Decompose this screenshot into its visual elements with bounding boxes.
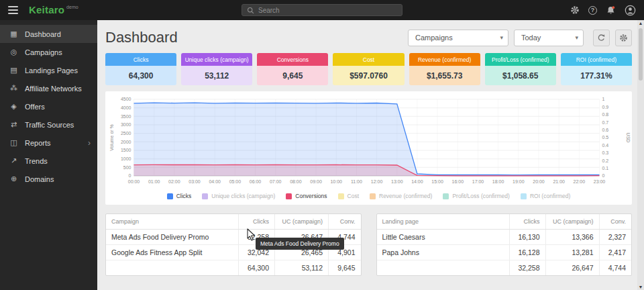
chevron-down-icon: ▾ bbox=[575, 34, 578, 41]
svg-text:3500: 3500 bbox=[121, 114, 131, 119]
sidebar-item-dashboard[interactable]: ▦Dashboard bbox=[0, 25, 97, 43]
totals-row: 32,25826,6474,744 bbox=[377, 260, 632, 276]
sidebar-item-domains[interactable]: ⊕Domains bbox=[0, 170, 97, 188]
legend-label: ROI (confirmed) bbox=[530, 193, 570, 199]
logo-badge: demo bbox=[66, 5, 78, 9]
metric-card[interactable]: Unique clicks (campaign)53,112 bbox=[181, 53, 252, 85]
svg-text:2500: 2500 bbox=[121, 131, 131, 136]
app-logo[interactable]: Keitaro demo bbox=[29, 5, 78, 15]
date-range-select[interactable]: Today ▾ bbox=[514, 30, 584, 46]
legend-swatch bbox=[370, 193, 376, 199]
svg-text:500: 500 bbox=[123, 165, 131, 170]
refresh-button[interactable] bbox=[593, 30, 610, 46]
sidebar-item-traffic-sources[interactable]: ⇄Traffic Sources bbox=[0, 115, 97, 134]
column-header[interactable]: Landing page bbox=[377, 214, 510, 230]
legend-label: Conversions bbox=[295, 193, 327, 199]
sidebar-item-reports[interactable]: ◫Reports› bbox=[0, 134, 97, 152]
traffic-chart[interactable]: 00:0001:0002:0003:0004:0005:0006:0007:00… bbox=[107, 95, 631, 189]
scrollbar-thumb[interactable] bbox=[639, 28, 643, 81]
metric-label: ROI (confirmed) bbox=[561, 53, 632, 66]
metric-card[interactable]: Revenue (confirmed)$1,655.73 bbox=[409, 53, 480, 85]
menu-icon[interactable] bbox=[8, 6, 18, 14]
table-cell: Little Caesars bbox=[377, 230, 510, 245]
page-scrollbar[interactable]: ▲ ▼ bbox=[637, 20, 644, 290]
column-header[interactable]: Conv. bbox=[329, 214, 361, 230]
sidebar-item-landings-pages[interactable]: ▤Landings Pages bbox=[0, 61, 97, 79]
group-by-select[interactable]: Campaigns ▾ bbox=[408, 30, 508, 46]
legend-item[interactable]: Cost bbox=[338, 193, 359, 199]
legend-item[interactable]: Profit/Loss (confirmed) bbox=[443, 193, 510, 199]
column-header[interactable]: UC (campaign) bbox=[545, 214, 599, 230]
svg-text:02:00: 02:00 bbox=[168, 179, 180, 184]
table-cell: 13,281 bbox=[545, 245, 599, 260]
search-input[interactable] bbox=[258, 7, 397, 14]
sidebar-item-label: Offers bbox=[25, 103, 45, 111]
column-header[interactable]: Clicks bbox=[239, 214, 275, 230]
column-header[interactable]: Clicks bbox=[509, 214, 545, 230]
totals-cell: 9,645 bbox=[329, 260, 361, 276]
svg-text:00:00: 00:00 bbox=[128, 179, 140, 184]
logo-text: Keitaro bbox=[29, 5, 64, 15]
legend-swatch bbox=[443, 193, 449, 199]
page-title: Dashboard bbox=[105, 29, 178, 46]
metric-value: $597.0760 bbox=[333, 66, 404, 85]
chevron-down-icon: ▾ bbox=[500, 34, 503, 41]
offers-icon: ◈ bbox=[9, 102, 19, 111]
svg-text:USD: USD bbox=[626, 133, 631, 143]
metric-label: Cost bbox=[333, 53, 404, 66]
table-row[interactable]: Papa Johns16,12813,2812,417 bbox=[377, 245, 632, 260]
totals-cell: 53,112 bbox=[275, 260, 329, 276]
column-header[interactable]: UC (campaign) bbox=[275, 214, 329, 230]
sidebar-item-offers[interactable]: ◈Offers bbox=[0, 97, 97, 115]
user-avatar-icon[interactable] bbox=[625, 5, 636, 16]
legend-item[interactable]: Unique clicks (campaign) bbox=[202, 193, 275, 199]
dashboard-icon: ▦ bbox=[9, 30, 19, 38]
svg-text:4500: 4500 bbox=[121, 97, 131, 101]
table-cell: Papa Johns bbox=[377, 245, 510, 260]
legend-item[interactable]: Conversions bbox=[286, 193, 327, 199]
table-row[interactable]: Little Caesars16,13013,3662,327 bbox=[377, 230, 632, 245]
totals-cell bbox=[377, 260, 510, 276]
legend-item[interactable]: Revenue (confirmed) bbox=[370, 193, 432, 199]
dashboard-settings-button[interactable] bbox=[615, 30, 632, 46]
svg-text:0.8: 0.8 bbox=[602, 112, 609, 117]
svg-text:20:00: 20:00 bbox=[533, 179, 545, 184]
metric-card[interactable]: Cost$597.0760 bbox=[333, 53, 404, 85]
svg-text:03:00: 03:00 bbox=[189, 179, 201, 184]
scroll-down-arrow[interactable]: ▼ bbox=[637, 285, 644, 289]
metric-card[interactable]: ROI (confirmed)177.31% bbox=[561, 53, 632, 85]
svg-text:01:00: 01:00 bbox=[148, 179, 160, 184]
sidebar-item-affiliate-networks[interactable]: ⁂Affiliate Networks bbox=[0, 79, 97, 97]
scroll-up-arrow[interactable]: ▲ bbox=[637, 21, 644, 26]
notifications-bell-icon[interactable] bbox=[606, 5, 616, 15]
tooltip: Meta Ads Food Delivery Promo bbox=[256, 238, 344, 250]
sidebar-item-trends[interactable]: ↗Trends bbox=[0, 152, 97, 170]
table-cell: Google Ads Fitness App Split bbox=[106, 245, 239, 260]
column-header[interactable]: Campaign bbox=[106, 214, 239, 230]
metric-card[interactable]: Profit/Loss (confirmed)$1,058.65 bbox=[485, 53, 556, 85]
legend-label: Cost bbox=[347, 193, 359, 199]
metric-card[interactable]: Conversions9,645 bbox=[257, 53, 328, 85]
totals-cell: 64,300 bbox=[239, 260, 275, 276]
main-content: Dashboard Campaigns ▾ Today ▾ bbox=[97, 20, 637, 290]
svg-text:0.6: 0.6 bbox=[602, 128, 609, 132]
settings-gear-icon[interactable] bbox=[570, 5, 580, 15]
svg-text:17:00: 17:00 bbox=[472, 179, 484, 184]
svg-text:0.1: 0.1 bbox=[602, 166, 609, 171]
search-box[interactable] bbox=[241, 4, 402, 16]
sidebar-item-campaigns[interactable]: ◎Campaigns bbox=[0, 43, 97, 61]
legend-item[interactable]: ROI (confirmed) bbox=[521, 193, 570, 199]
column-header[interactable]: Conv. bbox=[599, 214, 631, 230]
svg-text:14:00: 14:00 bbox=[411, 179, 423, 184]
metric-value: 64,300 bbox=[105, 66, 176, 85]
legend-label: Clicks bbox=[176, 193, 192, 199]
metric-card[interactable]: Clicks64,300 bbox=[105, 53, 176, 85]
table-cell: Meta Ads Food Delivery Promo bbox=[106, 230, 239, 245]
domains-icon: ⊕ bbox=[9, 175, 19, 183]
help-icon[interactable]: ? bbox=[588, 6, 597, 15]
table-cell: 2,327 bbox=[599, 230, 631, 245]
svg-text:07:00: 07:00 bbox=[270, 179, 282, 184]
legend-item[interactable]: Clicks bbox=[167, 193, 192, 199]
legend-label: Unique clicks (campaign) bbox=[211, 193, 275, 199]
svg-text:2000: 2000 bbox=[121, 140, 131, 144]
